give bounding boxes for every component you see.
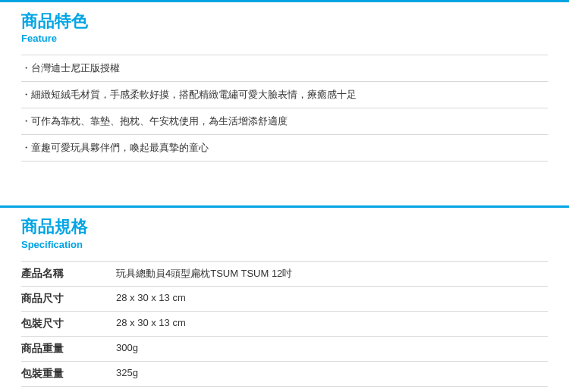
feature-item: ・可作為靠枕、靠墊、抱枕、午安枕使用，為生活增添舒適度 bbox=[21, 108, 548, 135]
spec-title: 商品規格 bbox=[21, 217, 569, 237]
spec-header: 商品規格 Specification bbox=[0, 205, 569, 260]
spec-label: 產品名稱 bbox=[21, 267, 116, 281]
spec-value: 玩具總動員4頭型扁枕TSUM TSUM 12吋 bbox=[116, 267, 548, 281]
spec-label: 商品重量 bbox=[21, 342, 116, 356]
spec-subtitle: Specification bbox=[21, 239, 569, 250]
spec-value: 325g bbox=[116, 367, 548, 381]
feature-item: ・台灣迪士尼正版授權 bbox=[21, 55, 548, 82]
spec-value: 28 x 30 x 13 cm bbox=[116, 292, 548, 306]
feature-item: ・童趣可愛玩具夥伴們，喚起最真摯的童心 bbox=[21, 135, 548, 162]
feature-header: 商品特色 Feature bbox=[0, 0, 569, 55]
spec-row: 產品名稱 玩具總動員4頭型扁枕TSUM TSUM 12吋 bbox=[21, 261, 548, 287]
spec-value: 300g bbox=[116, 342, 548, 356]
spec-value: 28 x 30 x 13 cm bbox=[116, 317, 548, 331]
section-gap bbox=[0, 162, 569, 205]
spec-label: 商品尺寸 bbox=[21, 292, 116, 306]
spec-row: 材質 絨毛布、優質PP棉填充（聚酯纖維100%） bbox=[21, 387, 548, 392]
feature-item: ・細緻短絨毛材質，手感柔軟好摸，搭配精緻電繡可愛大臉表情，療癒感十足 bbox=[21, 82, 548, 108]
spec-row: 包裝重量 325g bbox=[21, 362, 548, 387]
spec-row: 商品重量 300g bbox=[21, 337, 548, 362]
document-container: 商品特色 Feature ・台灣迪士尼正版授權 ・細緻短絨毛材質，手感柔軟好摸，… bbox=[0, 0, 569, 392]
spec-row: 包裝尺寸 28 x 30 x 13 cm bbox=[21, 312, 548, 337]
spec-label: 包裝尺寸 bbox=[21, 317, 116, 331]
feature-title: 商品特色 bbox=[21, 11, 569, 31]
feature-list: ・台灣迪士尼正版授權 ・細緻短絨毛材質，手感柔軟好摸，搭配精緻電繡可愛大臉表情，… bbox=[0, 55, 569, 162]
spec-row: 商品尺寸 28 x 30 x 13 cm bbox=[21, 287, 548, 312]
spec-label: 包裝重量 bbox=[21, 367, 116, 381]
feature-subtitle: Feature bbox=[21, 33, 569, 44]
spec-table: 產品名稱 玩具總動員4頭型扁枕TSUM TSUM 12吋 商品尺寸 28 x 3… bbox=[0, 261, 569, 392]
